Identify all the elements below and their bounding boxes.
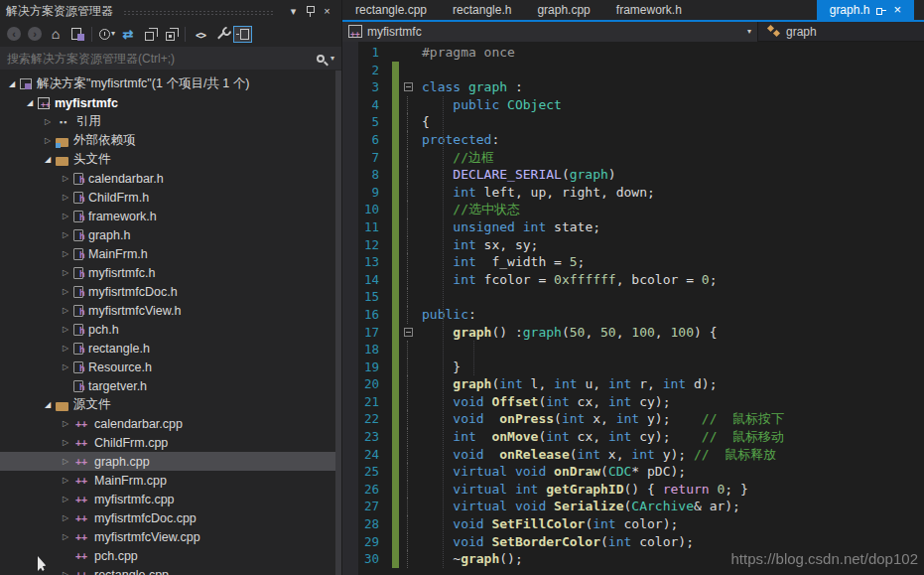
expander-icon[interactable]: ▷ — [58, 306, 73, 315]
expander-icon[interactable]: ▷ — [58, 438, 73, 447]
expander-icon[interactable]: ▷ — [40, 117, 56, 126]
tree-item[interactable]: ▷myfisrtmfcDoc.h — [0, 282, 341, 301]
close-icon[interactable]: × — [319, 3, 335, 19]
back-icon[interactable]: ‹ — [4, 24, 24, 44]
search-box[interactable]: ▾ — [0, 47, 341, 70]
code-line[interactable]: 11 unsigned int state; — [342, 218, 924, 236]
code-line[interactable]: 10 //选中状态 — [342, 201, 924, 218]
tree-item[interactable]: ▷ChildFrm.cpp — [0, 433, 341, 452]
code-line[interactable]: 16public: — [342, 306, 924, 324]
expander-icon[interactable]: ◢ — [40, 400, 56, 409]
dropdown-chevron-icon[interactable]: ▾ — [111, 30, 115, 38]
show-all-files-icon[interactable] — [160, 24, 180, 44]
expander-icon[interactable]: ▷ — [58, 230, 73, 239]
tree-item[interactable]: ▷pch.h — [0, 320, 341, 339]
expander-icon[interactable]: ◢ — [40, 155, 56, 164]
code-line[interactable]: 18 — [342, 341, 924, 359]
expander-icon[interactable]: ▷ — [58, 513, 73, 522]
tree-item[interactable]: ▷framework.h — [0, 207, 341, 225]
tree-item[interactable]: ◢头文件 — [0, 150, 341, 169]
expander-icon[interactable]: ◢ — [22, 98, 38, 107]
pending-changes-filter-icon[interactable]: ▾ — [97, 24, 117, 44]
code-line[interactable]: 3class graph : — [342, 78, 924, 96]
fold-collapse-icon[interactable] — [399, 324, 417, 342]
code-line[interactable]: 27 virtual void Serialize(CArchive& ar); — [342, 498, 924, 515]
code-line[interactable]: 1#pragma once — [342, 44, 924, 62]
project-scope-dropdown[interactable]: myfisrtmfc ▾ — [342, 22, 757, 42]
tree-item[interactable]: ▷MainFrm.h — [0, 244, 341, 263]
sync-with-active-document-icon[interactable] — [66, 24, 86, 44]
code-line[interactable]: 19 } — [342, 359, 924, 376]
code-line[interactable]: 21 void Offset(int cx, int cy); — [342, 393, 924, 411]
tree-item[interactable]: ▷graph.h — [0, 225, 341, 244]
code-line[interactable]: 26 virtual int getGraphID() { return 0; … — [342, 481, 924, 499]
code-editor[interactable]: 1#pragma once23class graph :4 public COb… — [342, 42, 924, 575]
tree-item[interactable]: ▷myfisrtmfc.cpp — [0, 490, 341, 508]
tree-item[interactable]: pch.cpp — [0, 546, 341, 565]
code-line[interactable]: 12 int sx, sy; — [342, 236, 924, 254]
tree-item[interactable]: ▷MainFrm.cpp — [0, 471, 341, 490]
search-input[interactable] — [7, 52, 317, 66]
expander-icon[interactable]: ▷ — [58, 476, 73, 485]
expander-icon[interactable]: ▷ — [58, 174, 73, 183]
code-line[interactable]: 2 — [342, 62, 924, 79]
tree-item[interactable]: ▷myfisrtmfc.h — [0, 263, 341, 282]
tab-graph.cpp[interactable]: graph.cpp — [524, 0, 602, 20]
tab-graph.h[interactable]: graph.h× — [817, 0, 914, 20]
tree-item[interactable]: ◢myfisrtmfc — [0, 93, 341, 112]
tree-item[interactable]: ▷calendarbar.h — [0, 169, 341, 188]
code-line[interactable]: 24 void onRelease(int x, int y); // 鼠标释放 — [342, 446, 924, 464]
expander-icon[interactable]: ▷ — [58, 193, 73, 202]
code-line[interactable]: 25 virtual void onDraw(CDC* pDC); — [342, 463, 924, 481]
expander-icon[interactable]: ▷ — [40, 136, 56, 145]
refresh-icon[interactable]: ⇄ — [118, 24, 138, 44]
code-line[interactable]: 7 //边框 — [342, 149, 924, 167]
expander-icon[interactable]: ▷ — [58, 457, 73, 466]
expander-icon[interactable]: ▷ — [58, 249, 73, 258]
code-line[interactable]: 13 int f_width = 5; — [342, 253, 924, 271]
code-line[interactable]: 20 graph(int l, int u, int r, int d); — [342, 375, 924, 393]
code-line[interactable]: 9 int left, up, right, down; — [342, 184, 924, 202]
search-options-chevron-icon[interactable]: ▾ — [330, 55, 334, 63]
code-line[interactable]: 5{ — [342, 113, 924, 131]
tree-item[interactable]: ▷myfisrtmfcView.cpp — [0, 527, 341, 546]
tree-item[interactable]: ◢源文件 — [0, 395, 341, 414]
tab-rectangle.h[interactable]: rectangle.h — [440, 0, 524, 20]
tree-item[interactable]: ▷calendarbar.cpp — [0, 414, 341, 433]
code-line[interactable]: 14 int fcolor = 0xffffff, bcolor = 0; — [342, 271, 924, 289]
code-line[interactable]: 6protected: — [342, 131, 924, 149]
code-line[interactable]: 23 int onMove(int cx, int cy); // 鼠标移动 — [342, 428, 924, 446]
tree-item[interactable]: ▷引用 — [0, 112, 341, 131]
expander-icon[interactable]: ▷ — [58, 344, 73, 353]
code-line[interactable]: 4 public CObject — [342, 96, 924, 114]
tree-item[interactable]: ▷rectangle.h — [0, 339, 341, 358]
preview-selected-items-icon[interactable] — [232, 24, 252, 44]
properties-icon[interactable] — [211, 24, 231, 44]
tree-item[interactable]: ▷外部依赖项 — [0, 131, 341, 150]
code-line[interactable]: 15 — [342, 288, 924, 306]
tab-framework.h[interactable]: framework.h — [603, 0, 695, 20]
code-line[interactable]: 8 DECLARE_SERIAL(graph) — [342, 166, 924, 184]
tree-item[interactable]: ▷ChildFrm.h — [0, 188, 341, 207]
tab-rectangle.cpp[interactable]: rectangle.cpp — [342, 0, 440, 20]
view-code-icon[interactable] — [191, 24, 210, 44]
window-position-icon[interactable]: ▾ — [285, 3, 302, 19]
expander-icon[interactable]: ◢ — [4, 79, 20, 88]
home-icon[interactable]: ⌂ — [46, 24, 66, 44]
expander-icon[interactable]: ▷ — [58, 532, 73, 541]
tree-scrollbar[interactable] — [335, 71, 341, 575]
tree-item[interactable]: ◢解决方案"myfisrtmfc"(1 个项目/共 1 个) — [0, 74, 341, 93]
expander-icon[interactable]: ▷ — [58, 362, 73, 371]
forward-icon[interactable]: › — [25, 24, 45, 44]
fold-collapse-icon[interactable] — [399, 78, 417, 96]
tab-close-icon[interactable]: × — [893, 4, 901, 16]
tree-item[interactable]: ▷graph.cpp — [0, 452, 341, 471]
scope-dropdown-chevron-icon[interactable]: ▾ — [747, 28, 751, 36]
tree-item[interactable]: ▷rectangle.cpp — [0, 565, 341, 575]
expander-icon[interactable]: ▷ — [58, 325, 73, 334]
pin-icon[interactable] — [302, 3, 319, 19]
expander-icon[interactable]: ▷ — [58, 268, 73, 277]
expander-icon[interactable]: ▷ — [58, 495, 73, 503]
code-line[interactable]: 17 graph() :graph(50, 50, 100, 100) { — [342, 324, 924, 342]
tree-item[interactable]: ▷myfisrtmfcView.h — [0, 301, 341, 320]
